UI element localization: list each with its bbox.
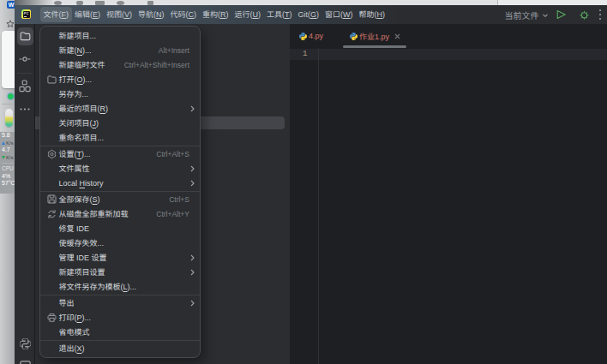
mnemonic-underline: W	[343, 10, 351, 19]
menubar-item-R[interactable]: 重构(R)	[200, 7, 232, 22]
mnemonic-underline: R	[220, 10, 226, 19]
download-unit: K/s	[6, 155, 14, 160]
icon-placeholder	[47, 31, 57, 40]
python-packages-tool-button[interactable]	[17, 336, 33, 351]
menu-item-label: 管理 IDE 设置	[59, 252, 107, 263]
folder-icon	[20, 32, 31, 41]
menu-item-19[interactable]: 将文件另存为模板(L)...	[40, 279, 200, 294]
menu-item-15[interactable]: 修复 IDE	[40, 221, 200, 236]
commit-tool-button[interactable]	[17, 51, 33, 67]
menu-item-10[interactable]: 文件属性	[40, 161, 200, 176]
menubar-item-C[interactable]: 代码(C)	[167, 7, 200, 22]
mnemonic-underline: L	[123, 283, 128, 291]
editor-tabbar: 4.py作业1.py	[290, 24, 607, 48]
menubar-item-E[interactable]: 编辑(E)	[72, 7, 104, 22]
desktop-strip-bottom	[0, 194, 15, 364]
mnemonic-underline: J	[93, 119, 97, 128]
menu-item-label: 使缓存失效...	[59, 237, 105, 248]
submenu-arrow-icon	[190, 105, 195, 112]
temperature-value: 57°C	[2, 180, 15, 188]
menu-item-label: 将文件另存为模板(L)...	[59, 281, 137, 292]
mnemonic-underline: X	[77, 344, 82, 353]
folder-icon	[47, 75, 57, 84]
chevron-right-icon	[190, 105, 195, 112]
menu-item-7[interactable]: 重命名项目...	[40, 130, 200, 145]
desktop-strip: W 5.8 K/s 4.7 K/s CPU 4% 57°C	[0, 0, 15, 364]
python-icon	[299, 33, 307, 40]
tab-close-icon[interactable]	[394, 33, 400, 39]
icon-placeholder	[47, 104, 57, 113]
download-unit-row: K/s	[2, 154, 15, 162]
debug-button[interactable]	[579, 9, 590, 21]
terminal-icon	[20, 361, 31, 364]
menubar-item-W[interactable]: 窗口(W)	[322, 7, 357, 22]
menu-item-1[interactable]: 新建(N)...Alt+Insert	[40, 43, 200, 57]
menubar-item-F[interactable]: 文件(F)	[40, 7, 72, 22]
reload-icon	[47, 209, 57, 218]
icon-placeholder	[47, 60, 57, 69]
menu-item-label: 打印(P)...	[59, 312, 92, 323]
status-green-dot	[8, 93, 14, 99]
chevron-down-icon[interactable]	[542, 12, 549, 19]
menu-item-14[interactable]: 从磁盘全部重新加载Ctrl+Alt+Y	[40, 206, 200, 221]
structure-tool-button[interactable]	[17, 78, 33, 93]
icon-placeholder	[47, 327, 57, 337]
menu-item-6[interactable]: 关闭项目(J)	[40, 116, 200, 130]
menubar-item-T[interactable]: 工具(T)	[264, 7, 296, 22]
mnemonic-underline: F	[62, 10, 67, 19]
icon-placeholder	[47, 89, 57, 98]
mnemonic-underline: V	[124, 10, 129, 19]
menu-item-16[interactable]: 使缓存失效...	[40, 236, 200, 250]
mnemonic-underline: N	[156, 10, 162, 19]
menu-item-25[interactable]: 退出(X)	[40, 341, 200, 355]
menu-item-label: Local History	[59, 179, 104, 188]
menu-item-18[interactable]: 新建项目设置	[40, 265, 200, 279]
divider	[2, 163, 14, 164]
icon-placeholder	[47, 343, 57, 353]
menu-item-label: 最近的项目(R)	[59, 103, 109, 114]
menu-item-23[interactable]: 省电模式	[40, 325, 200, 339]
menubar-item-U[interactable]: 运行(U)	[231, 7, 264, 22]
menu-item-4[interactable]: 另存为...	[40, 87, 200, 101]
menu-item-22[interactable]: 打印(P)...	[40, 310, 200, 325]
run-configuration-selector[interactable]: 当前文件	[505, 9, 539, 21]
menu-item-3[interactable]: 打开(O)...	[40, 72, 200, 87]
menubar-item-N[interactable]: 导航(N)	[135, 7, 168, 22]
menu-item-label: 省电模式	[59, 326, 90, 337]
menu-item-11[interactable]: Local History	[40, 176, 200, 190]
gauge-capsule	[5, 109, 13, 127]
menu-item-17[interactable]: 管理 IDE 设置	[40, 250, 200, 265]
icon-placeholder	[47, 133, 57, 142]
menu-item-5[interactable]: 最近的项目(R)	[40, 101, 200, 116]
cpu-label: CPU	[2, 165, 15, 173]
menubar-item-G[interactable]: Git(G)	[295, 7, 322, 22]
terminal-tool-button[interactable]	[17, 361, 33, 364]
save-icon	[47, 194, 57, 204]
menubar-item-H[interactable]: 帮助(H)	[356, 7, 388, 22]
pycharm-logo-icon[interactable]: PC	[21, 9, 31, 19]
mnemonic-underline: C	[189, 10, 195, 19]
settings-icon	[47, 149, 57, 158]
editor-content[interactable]: 1	[290, 48, 607, 364]
menu-item-shortcut: Ctrl+Alt+S	[156, 150, 189, 158]
icon-placeholder	[47, 164, 57, 173]
project-tool-button[interactable]	[17, 27, 33, 45]
editor-tab-作业1.py[interactable]: 作业1.py	[343, 24, 406, 48]
mnemonic-underline: G	[310, 10, 316, 19]
kebab-menu-icon[interactable]	[598, 9, 602, 21]
menu-item-21[interactable]: 导出	[40, 295, 200, 310]
mnemonic-underline: T	[77, 150, 82, 158]
menu-item-9[interactable]: 设置(T)...Ctrl+Alt+S	[40, 146, 200, 161]
menu-item-label: 新建项目...	[59, 30, 97, 41]
chevron-right-icon	[190, 269, 195, 276]
file-menu-popup: 新建项目...新建(N)...Alt+Insert新建临时文件Ctrl+Alt+…	[39, 26, 201, 358]
menu-item-13[interactable]: 全部保存(S)Ctrl+S	[40, 192, 200, 206]
run-button[interactable]	[556, 9, 566, 20]
menu-item-0[interactable]: 新建项目...	[40, 28, 200, 43]
word-icon[interactable]: W	[7, 1, 15, 9]
menubar-item-V[interactable]: 视图(V)	[104, 7, 135, 22]
menu-item-2[interactable]: 新建临时文件Ctrl+Alt+Shift+Insert	[40, 57, 200, 72]
editor-tab-4.py[interactable]: 4.py	[290, 24, 343, 48]
editor-area: 4.py作业1.py 1	[290, 24, 607, 364]
more-tool-windows-icon[interactable]	[17, 101, 33, 116]
